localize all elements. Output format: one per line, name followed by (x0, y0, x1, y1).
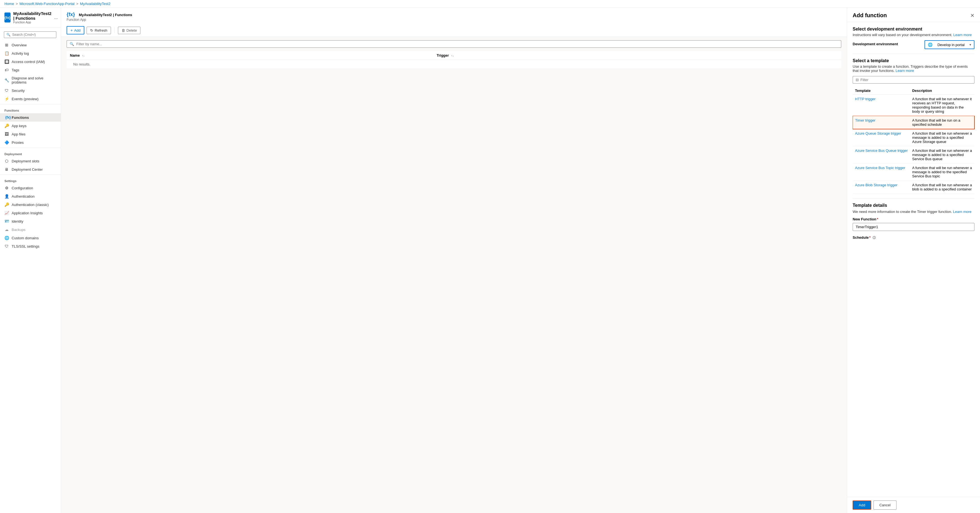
table-container: Name ↑↓ Trigger ↑↓ No results. (61, 51, 847, 513)
sidebar-item-app-files[interactable]: 🖼 App files (0, 130, 61, 138)
sidebar-item-application-insights[interactable]: 📈 Application Insights (0, 209, 61, 217)
panel-add-button[interactable]: Add (853, 500, 871, 510)
sidebar-item-identity[interactable]: 🪪 Identity (0, 217, 61, 225)
breadcrumb: Home > Microsoft.Web-FunctionApp-Portal … (0, 0, 980, 8)
sidebar-item-label: Security (12, 89, 25, 93)
delete-icon: 🗑 (121, 28, 125, 32)
template-desc: A function that will be run whenever it … (910, 95, 974, 116)
sidebar-item-activity-log[interactable]: 📋 Activity log (0, 49, 61, 57)
new-function-input[interactable] (853, 223, 974, 231)
sidebar-item-configuration[interactable]: ⚙ Configuration (0, 184, 61, 192)
page-subtitle: Function App (67, 18, 132, 22)
delete-button[interactable]: 🗑 Delete (118, 27, 141, 34)
panel-close-button[interactable]: ✕ (970, 13, 974, 19)
sidebar-item-label: Configuration (12, 186, 33, 190)
template-row[interactable]: Azure Service Bus Topic trigger A functi… (853, 164, 974, 181)
template-col-template: Template (853, 87, 910, 95)
template-desc: A function that will be run whenever a m… (910, 164, 974, 181)
search-input[interactable] (12, 33, 54, 37)
proxies-icon: 🔷 (5, 140, 9, 145)
section2-learn-more[interactable]: Learn more (896, 69, 914, 73)
template-name: Azure Queue Storage trigger (853, 129, 910, 146)
template-row[interactable]: HTTP trigger A function that will be run… (853, 95, 974, 116)
section1-learn-more[interactable]: Learn more (953, 33, 972, 37)
refresh-icon: ↻ (90, 28, 93, 32)
app-subtitle: Function App (13, 21, 52, 24)
functions-icon: {fx} (5, 115, 9, 119)
breadcrumb-sep1: > (16, 2, 18, 6)
activity-log-icon: 📋 (5, 51, 9, 56)
sidebar-item-deployment-center[interactable]: 🖥 Deployment Center (0, 165, 61, 174)
search-icon: 🔍 (6, 33, 11, 37)
template-details-desc: We need more information to create the T… (853, 210, 952, 214)
template-desc: A function that will be run on a specifi… (910, 116, 974, 129)
sidebar-item-proxies[interactable]: 🔷 Proxies (0, 138, 61, 147)
panel-divider1 (853, 54, 974, 54)
filter-search-icon: 🔍 (70, 42, 74, 46)
dev-env-dropdown[interactable]: 🌐 Develop in portal ▾ (924, 40, 974, 49)
refresh-button[interactable]: ↻ Refresh (87, 27, 111, 34)
template-row[interactable]: Azure Service Bus Queue trigger A functi… (853, 146, 974, 164)
authentication-icon: 👤 (5, 194, 9, 199)
panel-divider2 (853, 198, 974, 199)
section-label-deployment: Deployment (0, 149, 61, 157)
sidebar-item-label: Events (preview) (12, 97, 38, 101)
sidebar-item-security[interactable]: 🛡 Security (0, 86, 61, 95)
sidebar-item-backups[interactable]: ☁ Backups (0, 225, 61, 234)
template-details-title: Template details (853, 203, 974, 208)
sidebar-more-button[interactable]: ... (54, 15, 58, 20)
sidebar-item-tls-ssl[interactable]: 🛡 TLS/SSL settings (0, 242, 61, 250)
application-insights-icon: 📈 (5, 211, 9, 215)
security-icon: 🛡 (5, 88, 9, 93)
template-row[interactable]: Azure Queue Storage trigger A function t… (853, 129, 974, 146)
sidebar-item-authentication-classic[interactable]: 🔑 Authentication (classic) (0, 201, 61, 209)
sidebar-item-label: Functions (12, 115, 29, 119)
template-table: Template Description HTTP trigger A func… (853, 87, 974, 194)
sidebar-item-authentication[interactable]: 👤 Authentication (0, 192, 61, 201)
col-trigger-header[interactable]: Trigger ↑↓ (433, 51, 841, 60)
sidebar-item-overview[interactable]: ⊞ Overview (0, 41, 61, 49)
add-button[interactable]: + Add (67, 26, 84, 34)
app-files-icon: 🖼 (5, 132, 9, 136)
breadcrumb-portal[interactable]: Microsoft.Web-FunctionApp-Portal (19, 2, 74, 6)
sidebar-item-events[interactable]: ⚡ Events (preview) (0, 95, 61, 103)
table-row: No results. (67, 60, 841, 69)
app-keys-icon: 🔑 (5, 124, 9, 128)
dev-env-value: Develop in portal (937, 43, 965, 47)
required-star: * (877, 217, 878, 221)
sidebar: {fx} MyAvailabilityTest2 | Functions Fun… (0, 8, 61, 513)
sidebar-item-access-control[interactable]: 🔲 Access control (IAM) (0, 57, 61, 66)
sidebar-item-tags[interactable]: 🏷 Tags (0, 66, 61, 74)
sidebar-header: {fx} MyAvailabilityTest2 | Functions Fun… (0, 8, 61, 27)
template-row[interactable]: Timer trigger A function that will be ru… (853, 116, 974, 129)
sidebar-item-custom-domains[interactable]: 🌐 Custom domains (0, 234, 61, 242)
section1-desc: Instructions will vary based on your dev… (853, 33, 952, 37)
sidebar-item-label: Backups (12, 228, 25, 232)
deployment-center-icon: 🖥 (5, 167, 9, 172)
panel-cancel-button[interactable]: Cancel (873, 500, 896, 510)
sidebar-item-app-keys[interactable]: 🔑 App keys (0, 121, 61, 130)
sidebar-item-label: Tags (12, 68, 19, 72)
filter-input[interactable] (76, 42, 838, 46)
sidebar-item-label: Deployment Center (12, 167, 43, 172)
tls-ssl-icon: 🛡 (5, 244, 9, 249)
sidebar-item-deployment-slots[interactable]: ⬡ Deployment slots (0, 157, 61, 165)
template-desc: A function that will be run whenever a b… (910, 181, 974, 194)
name-sort-icon: ↑↓ (82, 54, 84, 57)
template-filter-input[interactable] (861, 78, 971, 82)
col-name-header[interactable]: Name ↑↓ (67, 51, 433, 60)
content-area: {fx} MyAvailabilityTest2 | Functions Fun… (61, 8, 847, 513)
sidebar-item-diagnose[interactable]: 🔧 Diagnose and solve problems (0, 74, 61, 86)
panel-title: Add function (853, 12, 887, 19)
template-details-learn-more[interactable]: Learn more (953, 210, 971, 214)
backups-icon: ☁ (5, 227, 9, 232)
breadcrumb-home[interactable]: Home (5, 2, 14, 6)
breadcrumb-app[interactable]: MyAvailabilityTest2 (80, 2, 110, 6)
sidebar-item-label: App keys (12, 124, 26, 128)
sidebar-item-functions[interactable]: {fx} Functions (0, 113, 61, 121)
filter-input-container: 🔍 (67, 40, 841, 48)
template-filter-icon: ⊟ (856, 78, 859, 82)
template-row[interactable]: Azure Blob Storage trigger A function th… (853, 181, 974, 194)
functions-table: Name ↑↓ Trigger ↑↓ No results. (67, 51, 841, 69)
add-icon: + (70, 28, 73, 32)
